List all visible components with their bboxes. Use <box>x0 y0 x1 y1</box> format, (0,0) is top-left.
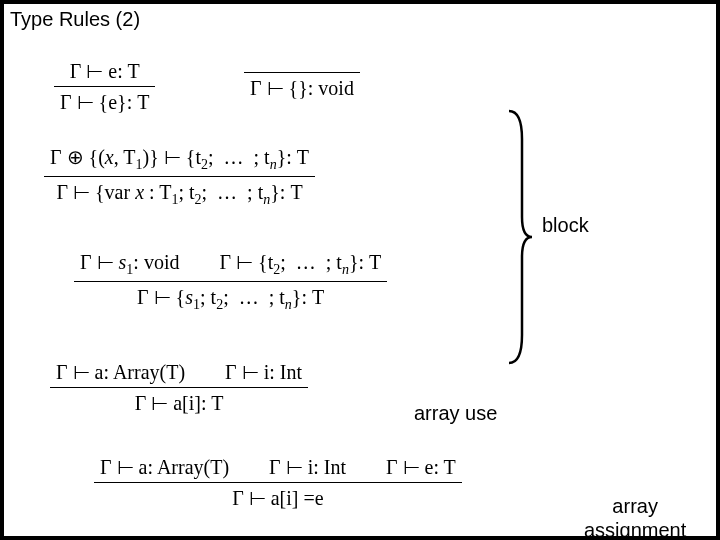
rule-conclusion: Γ ⊢ {}: void <box>244 72 360 101</box>
slide-title: Type Rules (2) <box>10 8 140 31</box>
rule-premise: Γ ⊢ e: T <box>54 58 155 86</box>
slide-frame: Type Rules (2) Γ ⊢ e: T Γ ⊢ {e}: T Γ ⊢ {… <box>0 0 720 540</box>
rules-area: Γ ⊢ e: T Γ ⊢ {e}: T Γ ⊢ {}: void Γ ⊕ {(x… <box>44 54 696 516</box>
brace-icon <box>504 109 534 365</box>
rule-premise: Γ ⊢ a: Array(T)Γ ⊢ i: Int <box>50 359 308 387</box>
rule-conclusion: Γ ⊢ {s1; t2; … ; tn}: T <box>74 281 387 314</box>
rule-conclusion: Γ ⊢ {e}: T <box>54 86 155 115</box>
label-line: assignment <box>584 519 686 540</box>
rule-premise: Γ ⊕ {(x, T1)} ⊢ {t2; … ; tn}: T <box>44 144 315 176</box>
label-array-use: array use <box>414 402 497 425</box>
label-line: array <box>612 495 658 517</box>
rule-premise: Γ ⊢ a: Array(T)Γ ⊢ i: IntΓ ⊢ e: T <box>94 454 462 482</box>
rule-array-use: Γ ⊢ a: Array(T)Γ ⊢ i: Int Γ ⊢ a[i]: T <box>50 359 308 416</box>
rule-block-seq: Γ ⊢ s1: voidΓ ⊢ {t2; … ; tn}: T Γ ⊢ {s1;… <box>74 249 387 314</box>
premise-part: Γ ⊢ s1: void <box>80 251 179 273</box>
premise-part: Γ ⊢ {t2; … ; tn}: T <box>219 251 381 273</box>
premise-part: Γ ⊢ a: Array(T) <box>56 361 185 383</box>
rule-conclusion: Γ ⊢ a[i] =e <box>94 482 462 511</box>
rule-array-assign: Γ ⊢ a: Array(T)Γ ⊢ i: IntΓ ⊢ e: T Γ ⊢ a[… <box>94 454 462 511</box>
rule-conclusion: Γ ⊢ a[i]: T <box>50 387 308 416</box>
label-block: block <box>542 214 589 237</box>
premise-part: Γ ⊢ i: Int <box>225 361 302 383</box>
rule-block-var: Γ ⊕ {(x, T1)} ⊢ {t2; … ; tn}: T Γ ⊢ {var… <box>44 144 315 209</box>
label-array-assignment: array assignment <box>584 494 686 540</box>
premise-part: Γ ⊢ e: T <box>386 456 456 478</box>
rule-conclusion: Γ ⊢ {var x : T1; t2; … ; tn}: T <box>44 176 315 209</box>
rule-premise: Γ ⊢ s1: voidΓ ⊢ {t2; … ; tn}: T <box>74 249 387 281</box>
rule-block-single: Γ ⊢ e: T Γ ⊢ {e}: T <box>54 58 155 115</box>
premise-part: Γ ⊢ i: Int <box>269 456 346 478</box>
rule-block-empty: Γ ⊢ {}: void <box>244 72 360 101</box>
premise-part: Γ ⊢ a: Array(T) <box>100 456 229 478</box>
